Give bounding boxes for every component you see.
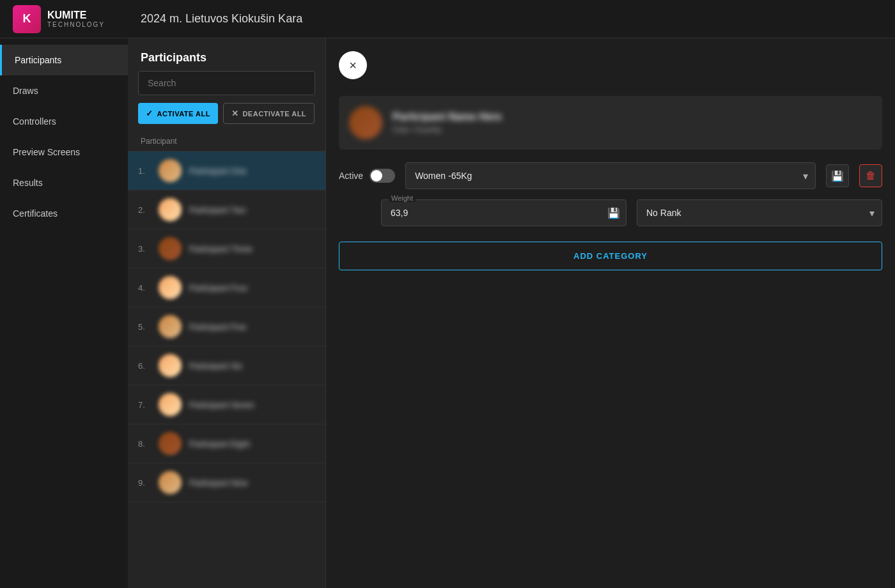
card-info: Participant Name Here Club / Country (393, 111, 502, 134)
participant-name: Participant Three (189, 244, 253, 254)
sidebar-item-certificates[interactable]: Certificates (0, 198, 128, 229)
participant-card: Participant Name Here Club / Country (339, 96, 882, 150)
avatar (159, 237, 182, 260)
close-icon: × (349, 58, 357, 73)
header: K KUMITE TECHNOLOGY 2024 m. Lietuvos Kio… (0, 0, 895, 38)
participant-name: Participant Two (189, 205, 246, 215)
participant-name: Participant Four (189, 283, 248, 293)
row-number: 8. (138, 439, 151, 449)
row-number: 9. (138, 478, 151, 488)
participant-row[interactable]: 9. Participant Nine (128, 463, 325, 502)
delete-icon: 🗑 (866, 170, 876, 182)
weight-save-button[interactable]: 💾 (607, 207, 620, 219)
row-number: 7. (138, 400, 151, 410)
brand-sub: TECHNOLOGY (47, 21, 105, 28)
card-name: Participant Name Here (393, 111, 502, 123)
logo-area: K KUMITE TECHNOLOGY (13, 5, 141, 33)
avatar (159, 276, 182, 299)
weight-label: Weight (389, 194, 416, 202)
avatar (159, 315, 182, 338)
row-number: 6. (138, 361, 151, 371)
participant-row[interactable]: 1. Participant One (128, 151, 325, 190)
main-layout: Participants Draws Controllers Preview S… (0, 38, 895, 588)
category-section: Active Women -65Kg Women -55Kg Women -70… (339, 162, 882, 189)
weight-field: Weight 💾 (381, 199, 626, 226)
deactivate-all-button[interactable]: ✕ DEACTIVATE ALL (223, 103, 315, 124)
participant-name: Participant Six (189, 361, 242, 371)
avatar (349, 106, 382, 139)
toggle-knob (371, 170, 382, 182)
row-number: 5. (138, 322, 151, 332)
participant-name: Participant One (189, 166, 247, 176)
category-delete-button[interactable]: 🗑 (859, 164, 882, 187)
participant-name: Participant Nine (189, 478, 248, 488)
row-number: 4. (138, 283, 151, 293)
category-save-button[interactable]: 💾 (826, 164, 849, 187)
participant-row[interactable]: 4. Participant Four (128, 268, 325, 307)
avatar (159, 432, 182, 455)
participant-list-header: Participant (128, 132, 325, 151)
participant-row[interactable]: 8. Participant Eight (128, 424, 325, 463)
sidebar: Participants Draws Controllers Preview S… (0, 38, 128, 588)
logo-icon: K (13, 5, 41, 33)
page-title: 2024 m. Lietuvos Kiokušin Kara (141, 12, 302, 26)
brand-name: KUMITE (47, 10, 105, 21)
cross-icon: ✕ (231, 109, 239, 118)
sidebar-item-draws[interactable]: Draws (0, 75, 128, 106)
category-dropdown-area: Women -65Kg Women -55Kg Women -70Kg Men … (405, 162, 816, 189)
detail-panel: × Participant Name Here Club / Country A… (326, 38, 895, 588)
sidebar-item-results[interactable]: Results (0, 167, 128, 198)
participant-row[interactable]: 3. Participant Three (128, 229, 325, 268)
active-label: Active (339, 171, 363, 181)
participant-name: Participant Seven (189, 400, 254, 410)
rank-select[interactable]: No Rank 1st Kyu 1st Dan 2nd Dan 3rd Dan (637, 199, 882, 226)
participant-row[interactable]: 7. Participant Seven (128, 385, 325, 424)
sidebar-item-participants[interactable]: Participants (0, 45, 128, 75)
participants-panel-title: Participants (128, 38, 325, 71)
sidebar-item-preview-screens[interactable]: Preview Screens (0, 137, 128, 167)
participant-row[interactable]: 2. Participant Two (128, 190, 325, 229)
weight-save-icon: 💾 (607, 208, 620, 219)
avatar (159, 159, 182, 182)
participants-panel: Participants ✓ ACTIVATE ALL ✕ DEACTIVATE… (128, 38, 326, 588)
participant-row[interactable]: 5. Participant Five (128, 307, 325, 346)
card-sub: Club / Country (393, 125, 502, 134)
active-toggle-area: Active (339, 169, 395, 183)
row-number: 2. (138, 205, 151, 215)
avatar (159, 471, 182, 494)
row-number: 1. (138, 166, 151, 176)
action-buttons: ✓ ACTIVATE ALL ✕ DEACTIVATE ALL (128, 103, 325, 132)
close-button[interactable]: × (339, 51, 367, 79)
row-number: 3. (138, 244, 151, 254)
avatar (159, 393, 182, 416)
activate-all-button[interactable]: ✓ ACTIVATE ALL (138, 103, 218, 124)
avatar (159, 198, 182, 221)
logo-text: KUMITE TECHNOLOGY (47, 10, 105, 28)
avatar (159, 354, 182, 377)
participant-name: Participant Eight (189, 439, 250, 449)
save-icon: 💾 (831, 170, 844, 182)
participant-name: Participant Five (189, 322, 247, 332)
participant-row[interactable]: 6. Participant Six (128, 346, 325, 385)
sidebar-item-controllers[interactable]: Controllers (0, 106, 128, 137)
participant-list: 1. Participant One 2. Participant Two 3.… (128, 151, 325, 588)
add-category-button[interactable]: ADD CATEGORY (339, 242, 882, 270)
weight-input[interactable] (381, 199, 626, 226)
active-toggle[interactable] (370, 169, 395, 183)
category-select[interactable]: Women -65Kg Women -55Kg Women -70Kg Men … (405, 162, 816, 189)
rank-field: No Rank 1st Kyu 1st Dan 2nd Dan 3rd Dan … (637, 199, 882, 226)
check-icon: ✓ (146, 109, 153, 118)
weight-rank-row: Weight 💾 No Rank 1st Kyu 1st Dan 2nd Dan… (381, 199, 882, 226)
search-input[interactable] (138, 71, 315, 95)
